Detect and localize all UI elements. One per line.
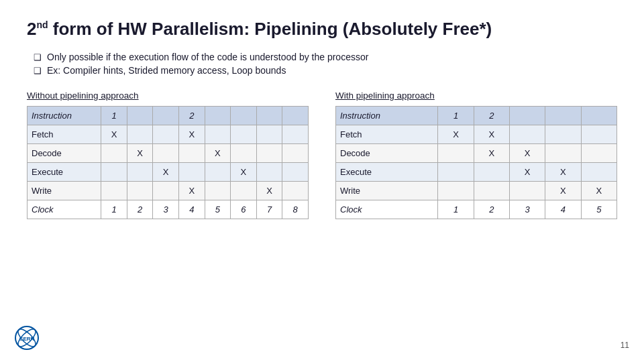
table-row: Write X X xyxy=(336,182,617,200)
without-decode-2: X xyxy=(127,144,153,163)
without-clock-label: Clock xyxy=(28,200,101,219)
without-execute-1 xyxy=(101,163,127,182)
without-section: Without pipelining approach Instruction … xyxy=(27,90,309,219)
table-row: Decode X X xyxy=(28,144,309,163)
without-fetch-label: Fetch xyxy=(28,125,101,144)
with-clock-3: 3 xyxy=(509,200,545,219)
without-clock-4: 4 xyxy=(178,200,205,219)
with-write-3 xyxy=(509,182,545,200)
table-row: Fetch X X xyxy=(336,125,617,144)
without-clock-5: 5 xyxy=(205,200,231,219)
page-title: 2nd form of HW Parallelism: Pipelining (… xyxy=(27,19,617,40)
with-execute-5 xyxy=(581,163,616,182)
with-header-c3 xyxy=(509,107,545,125)
title-superscript: nd xyxy=(36,19,48,30)
with-decode-1 xyxy=(438,144,474,163)
without-write-4: X xyxy=(178,182,205,200)
without-title: Without pipelining approach xyxy=(27,90,309,101)
with-execute-label: Execute xyxy=(336,163,438,182)
without-header-c2 xyxy=(127,107,153,125)
without-execute-6: X xyxy=(231,163,257,182)
title-block: 2nd form of HW Parallelism: Pipelining (… xyxy=(27,19,617,40)
without-header-c6 xyxy=(231,107,257,125)
table-row: Write X X xyxy=(28,182,309,200)
with-header-1: 1 xyxy=(438,107,474,125)
with-write-1 xyxy=(438,182,474,200)
without-clock-3: 3 xyxy=(153,200,179,219)
without-write-3 xyxy=(153,182,179,200)
with-header-2: 2 xyxy=(474,107,509,125)
svg-text:CERN: CERN xyxy=(19,336,35,342)
with-clock-4: 4 xyxy=(545,200,581,219)
without-table: Instruction 1 2 Fetch X X xyxy=(27,106,309,219)
with-table: Instruction 1 2 Fetch X X Decode X X xyxy=(335,106,617,219)
with-decode-label: Decode xyxy=(336,144,438,163)
table-row: Clock 1 2 3 4 5 6 7 8 xyxy=(28,200,309,219)
without-fetch-2 xyxy=(127,125,153,144)
with-header-c5 xyxy=(581,107,616,125)
bullet-item-1: Only possible if the execution flow of t… xyxy=(34,52,617,62)
with-write-4: X xyxy=(545,182,581,200)
with-label: With pipelining approach xyxy=(335,90,435,101)
without-execute-4 xyxy=(178,163,205,182)
tables-wrapper: Without pipelining approach Instruction … xyxy=(27,90,617,219)
without-clock-1: 1 xyxy=(101,200,127,219)
with-write-2 xyxy=(474,182,509,200)
bullet-item-2: Ex: Compiler hints, Strided memory acces… xyxy=(34,65,617,76)
with-title: With pipelining approach xyxy=(335,90,617,101)
without-fetch-6 xyxy=(231,125,257,144)
without-decode-5: X xyxy=(205,144,231,163)
with-write-5: X xyxy=(581,182,616,200)
without-header-c5 xyxy=(205,107,231,125)
without-header-instruction: Instruction xyxy=(28,107,101,125)
without-write-7: X xyxy=(256,182,282,200)
without-execute-5 xyxy=(205,163,231,182)
cern-logo: CERN xyxy=(15,326,39,350)
without-label: Without pipelining approach xyxy=(27,90,139,101)
without-clock-7: 7 xyxy=(256,200,282,219)
without-decode-4 xyxy=(178,144,205,163)
table-row: Decode X X xyxy=(336,144,617,163)
with-execute-4: X xyxy=(545,163,581,182)
table-row: Instruction 1 2 xyxy=(28,107,309,125)
title-number: 2 xyxy=(27,19,36,39)
with-clock-label: Clock xyxy=(336,200,438,219)
without-execute-label: Execute xyxy=(28,163,101,182)
with-header-instruction: Instruction xyxy=(336,107,438,125)
table-row: Clock 1 2 3 4 5 xyxy=(336,200,617,219)
with-fetch-5 xyxy=(581,125,616,144)
without-decode-6 xyxy=(231,144,257,163)
without-execute-7 xyxy=(256,163,282,182)
with-clock-1: 1 xyxy=(438,200,474,219)
with-execute-1 xyxy=(438,163,474,182)
without-header-c8 xyxy=(282,107,309,125)
without-write-5 xyxy=(205,182,231,200)
without-write-6 xyxy=(231,182,257,200)
table-row: Instruction 1 2 xyxy=(336,107,617,125)
without-execute-2 xyxy=(127,163,153,182)
without-clock-6: 6 xyxy=(231,200,257,219)
with-fetch-4 xyxy=(545,125,581,144)
with-fetch-3 xyxy=(509,125,545,144)
table-row: Fetch X X xyxy=(28,125,309,144)
bullet-text-1: Only possible if the execution flow of t… xyxy=(47,52,368,62)
without-write-2 xyxy=(127,182,153,200)
without-decode-8 xyxy=(282,144,309,163)
with-fetch-1: X xyxy=(438,125,474,144)
bullet-text-2: Ex: Compiler hints, Strided memory acces… xyxy=(47,65,286,76)
without-header-1: 1 xyxy=(101,107,127,125)
with-clock-5: 5 xyxy=(581,200,616,219)
without-header-c3 xyxy=(153,107,179,125)
table-row: Execute X X xyxy=(336,163,617,182)
without-decode-1 xyxy=(101,144,127,163)
without-header-2: 2 xyxy=(178,107,205,125)
title-rest: form of HW Parallelism: Pipelining (Abso… xyxy=(48,19,492,39)
with-decode-2: X xyxy=(474,144,509,163)
without-write-label: Write xyxy=(28,182,101,200)
with-header-c4 xyxy=(545,107,581,125)
with-execute-2 xyxy=(474,163,509,182)
without-write-8 xyxy=(282,182,309,200)
without-header-c7 xyxy=(256,107,282,125)
without-write-1 xyxy=(101,182,127,200)
without-fetch-4: X xyxy=(178,125,205,144)
